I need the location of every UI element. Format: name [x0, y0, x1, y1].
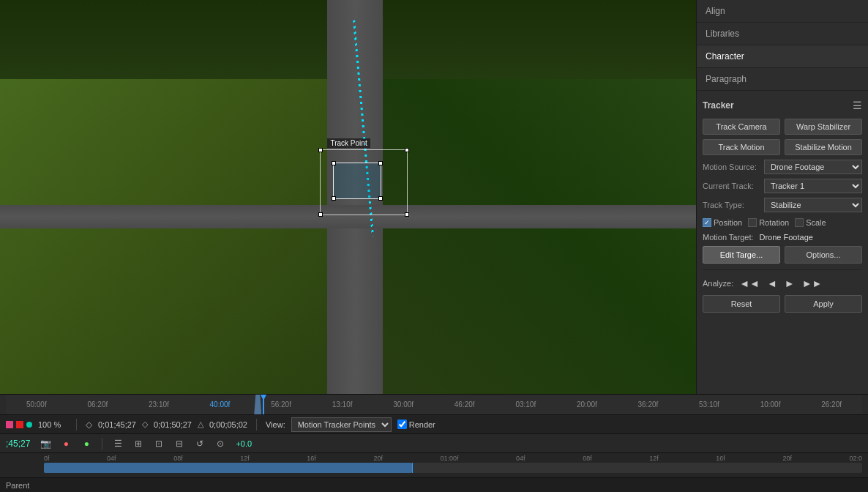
tool-btn-3[interactable]: ⊡: [151, 436, 167, 451]
position-checkbox-item[interactable]: ✓ Position: [703, 218, 742, 227]
duration: 0;00;05;02: [209, 420, 247, 429]
color2-tool[interactable]: ●: [78, 436, 94, 451]
view-label: View:: [266, 420, 285, 429]
bmark-0: 0f: [44, 455, 50, 462]
analyze-prev-button[interactable]: ◄: [766, 276, 779, 291]
track-type-dropdown[interactable]: Stabilize: [764, 198, 862, 212]
timeline-bar: 50:00f 06:20f 23:10f 40:00f 56:20f 13:10…: [0, 394, 868, 414]
bmark-9: 12f: [649, 455, 659, 462]
corner-handle-tl[interactable]: [318, 148, 323, 152]
tab-libraries[interactable]: Libraries: [697, 23, 868, 45]
bmark-1: 04f: [107, 455, 116, 462]
options-button[interactable]: Options...: [785, 246, 862, 264]
timeline-ruler[interactable]: 50:00f 06:20f 23:10f 40:00f 56:20f 13:10…: [6, 395, 862, 414]
inner-corner-br[interactable]: [378, 196, 383, 201]
timeline-playhead[interactable]: [263, 395, 264, 414]
separator-1: [76, 419, 77, 430]
time-mark-9: 20:00f: [577, 400, 597, 409]
analyze-next-end-button[interactable]: ►►: [801, 276, 824, 291]
inner-corner-bl[interactable]: [332, 196, 336, 201]
bmark-12: 02:0: [849, 455, 862, 462]
reset-button[interactable]: Reset: [703, 295, 780, 313]
separator-2: [256, 419, 257, 430]
tool-btn-6[interactable]: ⊙: [212, 436, 228, 451]
time-offset-display: +0.0: [236, 439, 252, 448]
layer-row: Parent: [0, 477, 868, 492]
track-camera-button[interactable]: Track Camera: [703, 119, 780, 135]
timecode-separator-1: ◇: [142, 420, 148, 429]
bmark-5: 20f: [373, 455, 383, 462]
render-checkbox-group: Render: [397, 420, 435, 429]
transform-options-row: ✓ Position Rotation Scale: [703, 217, 862, 228]
corner-handle-br[interactable]: [405, 212, 409, 217]
controls-bar: 100 % ◇ 0;01;45;27 ◇ 0;01;50;27 △ 0;00;0…: [0, 414, 868, 433]
video-preview: Track Point: [0, 0, 696, 394]
time-mark-8: 03:10f: [515, 400, 536, 409]
time-mark-0: 50:00f: [26, 400, 47, 409]
pink-icon: [6, 421, 13, 428]
timecode-cursor-icon: ◇: [86, 420, 92, 430]
rotation-checkbox-item[interactable]: Rotation: [748, 218, 789, 227]
tracker-title: Tracker: [703, 100, 734, 111]
delta-icon: △: [198, 420, 203, 429]
current-time-display[interactable]: ;45;27: [6, 439, 30, 449]
inner-corner-tr[interactable]: [378, 161, 383, 165]
bottom-panel: ;45;27 📷 ● ● ☰ ⊞ ⊡ ⊟ ↺ ⊙ +0.0 0f 04f 08f…: [0, 433, 868, 492]
bmark-10: 16f: [716, 455, 725, 462]
tracker-menu-button[interactable]: ☰: [853, 100, 862, 111]
tool-btn-1[interactable]: ☰: [110, 436, 126, 451]
analyze-prev-end-button[interactable]: ◄◄: [738, 276, 761, 291]
position-checkbox[interactable]: ✓: [703, 218, 711, 227]
view-dropdown[interactable]: Motion Tracker Points: [291, 417, 392, 432]
corner-handle-bl[interactable]: [318, 212, 323, 217]
timeline-playhead2: [412, 463, 413, 473]
motion-source-label: Motion Source:: [703, 163, 761, 171]
tab-character[interactable]: Character: [697, 45, 868, 68]
layer-name: Parent: [6, 481, 29, 490]
timeline-track[interactable]: [44, 463, 862, 473]
bmark-6: 01:00f: [440, 455, 458, 462]
motion-source-row: Motion Source: Drone Footage: [703, 160, 862, 174]
motion-target-label: Motion Target:: [703, 233, 754, 242]
stabilize-motion-button[interactable]: Stabilize Motion: [785, 139, 862, 155]
time-mark-12: 10:00f: [760, 400, 781, 409]
tab-paragraph[interactable]: Paragraph: [697, 68, 868, 91]
apply-button[interactable]: Apply: [785, 295, 862, 313]
color-tool[interactable]: ●: [58, 436, 74, 451]
motion-source-dropdown[interactable]: Drone Footage: [764, 160, 862, 174]
time-mark-13: 26:20f: [821, 400, 842, 409]
position-label: Position: [714, 218, 742, 227]
panel-tabs: Align Libraries Character Paragraph: [697, 0, 868, 91]
tab-align[interactable]: Align: [697, 0, 868, 23]
time-mark-10: 36:20f: [638, 400, 659, 409]
analyze-next-button[interactable]: ►: [783, 276, 796, 291]
zoom-display: 100 %: [38, 420, 67, 429]
tool-btn-5[interactable]: ↺: [192, 436, 208, 451]
bmark-3: 12f: [240, 455, 250, 462]
tool-btn-2[interactable]: ⊞: [130, 436, 146, 451]
warp-stabilizer-button[interactable]: Warp Stabilizer: [785, 119, 862, 135]
timeline-scroll[interactable]: 0f 04f 08f 12f 16f 20f 01:00f 04f 08f 12…: [0, 453, 868, 477]
time-mark-7: 46:20f: [454, 400, 475, 409]
tracker-main-buttons: Track Camera Warp Stabilizer: [703, 119, 862, 135]
reset-apply-buttons: Reset Apply: [703, 295, 862, 313]
playhead-marker: [261, 395, 266, 400]
edit-target-button[interactable]: Edit Targe...: [703, 246, 780, 264]
rotation-checkbox[interactable]: [748, 218, 757, 227]
timeline-track-fill: [44, 463, 412, 473]
render-checkbox[interactable]: [397, 420, 407, 429]
inner-corner-tl[interactable]: [332, 161, 336, 165]
analyze-row: Analyze: ◄◄ ◄ ► ►►: [703, 276, 862, 291]
bmark-11: 20f: [782, 455, 792, 462]
current-track-dropdown[interactable]: Tracker 1: [764, 179, 862, 193]
bmark-7: 04f: [516, 455, 525, 462]
corner-handle-tr[interactable]: [405, 148, 409, 152]
timecode-out[interactable]: 0;01;50;27: [154, 420, 192, 429]
current-track-row: Current Track: Tracker 1: [703, 179, 862, 193]
camera-tool[interactable]: 📷: [37, 436, 53, 451]
tool-btn-4[interactable]: ⊟: [171, 436, 187, 451]
scale-checkbox[interactable]: [795, 218, 804, 227]
timecode-in[interactable]: 0;01;45;27: [98, 420, 136, 429]
track-motion-button[interactable]: Track Motion: [703, 139, 780, 155]
scale-checkbox-item[interactable]: Scale: [795, 218, 826, 227]
